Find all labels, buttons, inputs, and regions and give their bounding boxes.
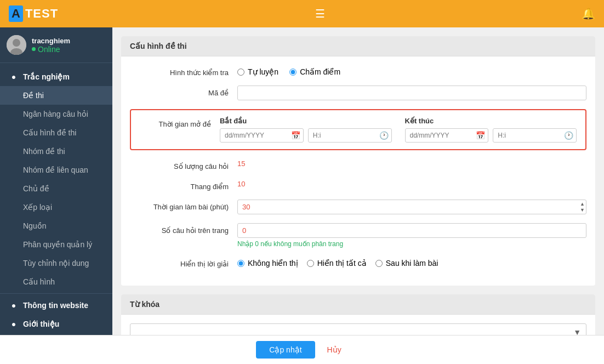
bat-dau-group: Bắt đầu 📅 🕐 <box>220 117 392 143</box>
thoi-gian-lam-row: Thời gian làm bài (phút) ▲ ▼ <box>130 200 586 214</box>
sidebar-item-ngan-hang[interactable]: Ngân hàng câu hỏi <box>0 105 112 123</box>
sidebar-divider-1 <box>0 293 112 294</box>
ket-thuc-label: Kết thúc <box>405 117 577 125</box>
hint-text: Nhập 0 nếu không muốn phân trang <box>237 240 586 248</box>
thoi-gian-lam-control: ▲ ▼ <box>237 200 586 214</box>
svg-point-1 <box>13 39 20 47</box>
ma-de-label: Mã đề <box>130 86 229 97</box>
so-luong-control: 15 <box>237 159 586 168</box>
so-cau-trang-control: Nhập 0 nếu không muốn phân trang <box>237 223 586 248</box>
trac-nghiem-icon: ● <box>9 72 19 81</box>
sidebar-user: tracnghiem Online <box>0 27 112 63</box>
tu-khoa-select-wrap: ▼ <box>130 323 586 335</box>
topbar: A TEST ☰ 🔔 <box>0 0 604 27</box>
hien-thi-label: Hiển thị lời giải <box>130 257 229 268</box>
radio-tu-luyen[interactable]: Tự luyện <box>237 67 278 76</box>
hinh-thuc-label: Hình thức kiểm tra <box>130 65 229 77</box>
thang-diem-value: 10 <box>237 177 245 188</box>
sidebar-item-nguon[interactable]: Nguồn <box>0 217 112 235</box>
hinh-thuc-row: Hình thức kiểm tra Tự luyện Chấm điểm <box>130 65 586 77</box>
thong-tin-icon: ● <box>9 301 19 310</box>
cancel-button[interactable]: Hủy <box>321 341 348 359</box>
thang-diem-row: Thang điểm 10 <box>130 179 586 191</box>
bottom-bar: Cập nhật Hủy <box>0 335 604 364</box>
so-luong-row: Số lượng câu hỏi 15 <box>130 159 586 170</box>
so-cau-trang-label: Số câu hỏi trên trang <box>130 223 229 235</box>
sidebar-item-xep-loai[interactable]: Xếp loại <box>0 198 112 217</box>
sidebar: tracnghiem Online ● Trắc nghiệm Đề thi N… <box>0 27 112 335</box>
datetime-fields: Bắt đầu 📅 🕐 <box>220 117 577 143</box>
bell-icon[interactable]: 🔔 <box>582 7 595 20</box>
username: tracnghiem <box>32 37 70 45</box>
sidebar-item-trac-nghiem[interactable]: ● Trắc nghiệm <box>0 67 112 86</box>
user-info: tracnghiem Online <box>32 37 70 54</box>
logo: A TEST <box>9 5 58 22</box>
update-button[interactable]: Cập nhật <box>256 341 315 359</box>
bat-dau-clock-icon[interactable]: 🕐 <box>379 131 389 140</box>
thang-diem-control: 10 <box>237 179 586 188</box>
tu-khoa-title: Từ khóa <box>121 294 595 315</box>
cau-hinh-section: Cấu hình đề thi Hình thức kiểm tra Tự lu… <box>121 36 595 286</box>
logo-text: TEST <box>25 7 58 21</box>
logo-a: A <box>9 5 23 22</box>
avatar <box>7 35 26 55</box>
tu-khoa-select[interactable] <box>130 323 586 335</box>
ma-de-row: Mã đề <box>130 86 586 100</box>
section-body: Hình thức kiểm tra Tự luyện Chấm điểm <box>121 56 595 286</box>
spinner-buttons: ▲ ▼ <box>579 200 585 214</box>
sidebar-item-gioi-thieu[interactable]: ● Giới thiệu <box>0 315 112 333</box>
thoi-gian-label: Thời gian mở đề <box>140 117 211 128</box>
sidebar-section: ● Trắc nghiệm Đề thi Ngân hàng câu hỏi C… <box>0 63 112 335</box>
radio-cham-diem[interactable]: Chấm điểm <box>289 67 340 76</box>
ket-thuc-calendar-icon[interactable]: 📅 <box>476 131 485 140</box>
thang-diem-label: Thang điểm <box>130 179 229 191</box>
spinner-down[interactable]: ▼ <box>579 207 585 213</box>
bat-dau-calendar-icon[interactable]: 📅 <box>291 131 300 140</box>
radio-khong-hien-thi[interactable]: Không hiển thị <box>237 259 298 268</box>
bat-dau-inputs: 📅 🕐 <box>220 128 392 143</box>
thoi-gian-lam-label: Thời gian làm bài (phút) <box>130 200 229 211</box>
sidebar-item-tuy-chinh[interactable]: Tùy chỉnh nội dung <box>0 254 112 272</box>
status-dot <box>32 47 36 51</box>
so-cau-trang-input[interactable] <box>237 223 586 238</box>
so-luong-value: 15 <box>237 157 245 168</box>
thoi-gian-lam-input[interactable] <box>237 200 586 214</box>
section-title: Cấu hình đề thi <box>121 36 595 56</box>
sidebar-item-chu-de[interactable]: Chủ đề <box>0 179 112 198</box>
main-content: Cấu hình đề thi Hình thức kiểm tra Tự lu… <box>112 27 604 335</box>
hien-thi-row: Hiển thị lời giải Không hiển thị Hiển th… <box>130 257 586 268</box>
ma-de-input[interactable] <box>237 86 586 100</box>
radio-hien-thi-tat-ca[interactable]: Hiển thị tất cả <box>307 259 367 268</box>
sidebar-item-nhom-de-thi[interactable]: Nhóm đề thi <box>0 142 112 161</box>
hamburger-icon[interactable]: ☰ <box>315 7 325 20</box>
ma-de-control <box>237 86 586 100</box>
sidebar-item-phan-quyen[interactable]: Phân quyền quản lý <box>0 235 112 254</box>
hinh-thuc-control: Tự luyện Chấm điểm <box>237 65 586 76</box>
bat-dau-time-wrap: 🕐 <box>308 128 392 143</box>
gioi-thieu-icon: ● <box>9 320 19 328</box>
bat-dau-label: Bắt đầu <box>220 117 392 125</box>
thoi-gian-row: Thời gian mở đề Bắt đầu 📅 <box>130 109 586 150</box>
hien-thi-control: Không hiển thị Hiển thị tất cả Sau khi l… <box>237 257 586 268</box>
ket-thuc-time-wrap: 🕐 <box>493 128 577 143</box>
bat-dau-date-wrap: 📅 <box>220 128 304 143</box>
tu-khoa-body: ▼ <box>121 315 595 335</box>
ket-thuc-date-wrap: 📅 <box>405 128 489 143</box>
sidebar-item-cau-hinh[interactable]: Cấu hình <box>0 272 112 291</box>
tu-khoa-section: Từ khóa ▼ <box>121 294 595 335</box>
sidebar-item-thong-tin-website[interactable]: ● Thông tin website <box>0 296 112 315</box>
spinner-up[interactable]: ▲ <box>579 201 585 207</box>
layout: tracnghiem Online ● Trắc nghiệm Đề thi N… <box>0 27 604 335</box>
ket-thuc-inputs: 📅 🕐 <box>405 128 577 143</box>
user-status: Online <box>32 45 70 54</box>
sidebar-item-cau-hinh-de-thi[interactable]: Cấu hình đề thi <box>0 123 112 142</box>
so-luong-label: Số lượng câu hỏi <box>130 159 229 170</box>
sidebar-item-nhom-de-lien-quan[interactable]: Nhóm đề liên quan <box>0 161 112 179</box>
so-cau-trang-row: Số câu hỏi trên trang Nhập 0 nếu không m… <box>130 223 586 248</box>
ket-thuc-clock-icon[interactable]: 🕐 <box>564 131 573 140</box>
radio-sau-khi[interactable]: Sau khi làm bài <box>375 259 438 268</box>
ket-thuc-group: Kết thúc 📅 🕐 <box>405 117 577 143</box>
sidebar-item-de-thi[interactable]: Đề thi <box>0 86 112 105</box>
